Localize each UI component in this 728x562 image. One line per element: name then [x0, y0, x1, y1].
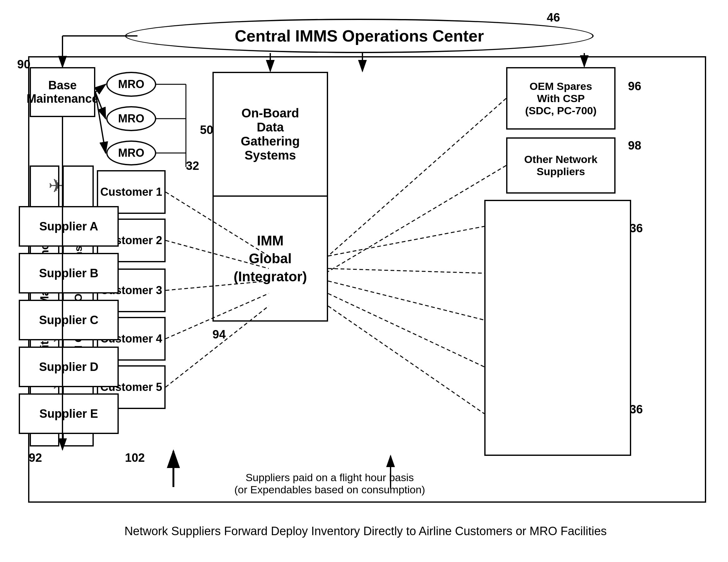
- supplier-e-label: Supplier E: [39, 407, 98, 420]
- mro1-label: MRO: [118, 78, 144, 91]
- right-panel: [484, 200, 631, 456]
- diagram-container: Central IMMS Operations Center 46 90 Bas…: [0, 0, 728, 562]
- oem-box: OEM SparesWith CSP(SDC, PC-700): [506, 67, 616, 130]
- base-maintenance-label: BaseMaintenance: [27, 79, 98, 106]
- ref-46: 46: [547, 11, 560, 24]
- mro-ellipse-3: MRO: [106, 141, 156, 166]
- onboard-top-label: On-BoardDataGatheringSystems: [241, 106, 300, 162]
- suppliers-paid-text: Suppliers paid on a flight hour basis (o…: [234, 471, 425, 496]
- bottom-caption: Network Suppliers Forward Deploy Invento…: [37, 525, 694, 538]
- ref-32: 32: [186, 159, 199, 173]
- base-maintenance-box: BaseMaintenance: [30, 67, 95, 117]
- airplane-1: ✈: [48, 175, 64, 197]
- onboard-bottom-label: IMMGlobal(Integrator): [234, 232, 307, 285]
- supplier-box-d: Supplier D: [19, 346, 119, 387]
- supplier-box-b: Supplier B: [19, 253, 119, 293]
- supplier-box-c: Supplier C: [19, 300, 119, 340]
- ref-102: 102: [125, 451, 145, 465]
- supplier-b-label: Supplier B: [39, 267, 98, 280]
- onboard-box: On-BoardDataGatheringSystems IMMGlobal(I…: [212, 72, 328, 321]
- ref-50: 50: [200, 123, 213, 137]
- other-network-label: Other Network Suppliers: [507, 153, 614, 178]
- ref-36a: 36: [630, 222, 643, 235]
- mro-ellipse-1: MRO: [106, 72, 156, 97]
- suppliers-paid-line2: (or Expendables based on consumption): [234, 484, 425, 496]
- ref-94: 94: [212, 328, 226, 341]
- imms-label: Central IMMS Operations Center: [235, 27, 484, 45]
- other-network-box: Other Network Suppliers: [506, 137, 616, 194]
- customer-1-label: Customer 1: [100, 186, 162, 199]
- supplier-box-e: Supplier E: [19, 393, 119, 434]
- ref-90: 90: [17, 58, 30, 71]
- ref-36b: 36: [630, 403, 643, 416]
- ref-96: 96: [628, 80, 641, 93]
- mro3-label: MRO: [118, 147, 144, 160]
- ref-98: 98: [628, 139, 641, 152]
- supplier-a-label: Supplier A: [39, 220, 98, 233]
- supplier-box-a: Supplier A: [19, 206, 119, 247]
- oem-label: OEM SparesWith CSP(SDC, PC-700): [525, 80, 597, 117]
- mro-ellipse-2: MRO: [106, 106, 156, 131]
- ref-92: 92: [29, 451, 42, 465]
- supplier-d-label: Supplier D: [39, 360, 98, 374]
- supplier-c-label: Supplier C: [39, 313, 98, 327]
- onboard-bottom-section: IMMGlobal(Integrator): [214, 197, 327, 320]
- onboard-top-section: On-BoardDataGatheringSystems: [214, 73, 327, 197]
- mro2-label: MRO: [118, 112, 144, 125]
- imms-ellipse: Central IMMS Operations Center: [125, 19, 594, 53]
- suppliers-paid-line1: Suppliers paid on a flight hour basis: [234, 471, 425, 484]
